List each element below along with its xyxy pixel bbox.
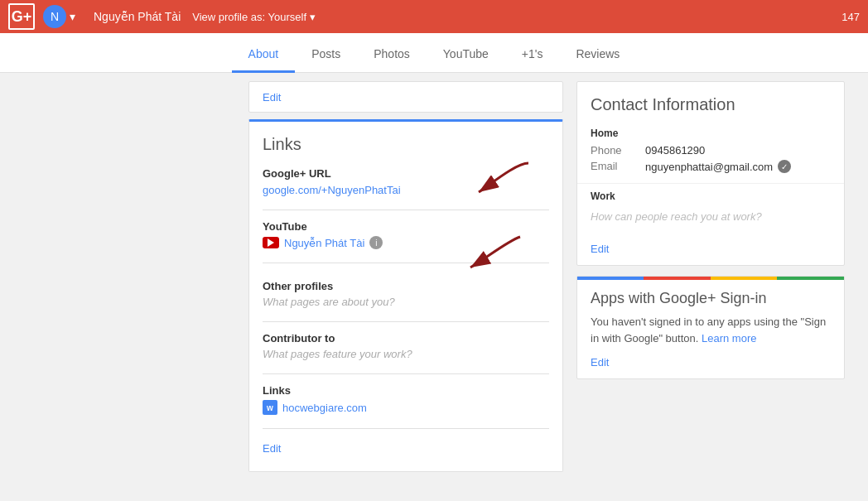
apps-signin-card: Apps with Google+ Sign-in You haven't si… (576, 276, 845, 379)
divider-1 (263, 210, 549, 210)
phone-label: Phone (591, 144, 632, 157)
contributor-section: Contributor to What pages feature your w… (263, 332, 549, 360)
hocwebgiare-link[interactable]: hocwebgiare.com (282, 402, 367, 414)
topbar: G+ N ▾ Nguyễn Phát Tài View profile as: … (0, 0, 868, 33)
youtube-channel-link[interactable]: Nguyễn Phát Tài (284, 237, 364, 249)
topbar-username: Nguyễn Phát Tài (94, 10, 181, 23)
user-avatar[interactable]: N (43, 5, 66, 28)
tab-plus1s[interactable]: +1's (505, 37, 560, 73)
contact-info-title: Contact Information (577, 82, 844, 121)
links-edit-link[interactable]: Edit (263, 439, 549, 458)
website-favicon-icon: w (263, 400, 277, 415)
contact-work-section: Work How can people reach you at work? (577, 184, 844, 236)
tab-youtube[interactable]: YouTube (427, 37, 505, 73)
contact-work-placeholder: How can people reach you at work? (591, 207, 831, 229)
contact-home-label: Home (591, 128, 831, 139)
divider-5 (263, 428, 549, 429)
view-profile-chevron: ▾ (310, 11, 316, 23)
phone-value: 0945861290 (645, 144, 705, 157)
google-plus-url-section: Google+ URL google.com/+NguyenPhatTai (263, 167, 549, 196)
email-label: Email (591, 160, 632, 173)
links-card: Links Google+ URL google.com/+NguyenPhat… (248, 119, 563, 472)
contact-phone-row: Phone 0945861290 (591, 144, 831, 157)
top-edit-card: Edit (248, 81, 563, 113)
email-verified-icon: ✓ (778, 160, 791, 173)
view-profile[interactable]: View profile as: Yourself ▾ (192, 11, 316, 23)
tab-photos[interactable]: Photos (357, 37, 427, 73)
learn-more-link[interactable]: Learn more (702, 332, 756, 344)
contact-edit-link[interactable]: Edit (577, 236, 844, 265)
divider-4 (263, 373, 549, 374)
divider-3 (263, 321, 549, 322)
contributor-placeholder: What pages feature your work? (263, 348, 549, 360)
main-layout: Edit Links Google+ URL google.com/+Nguye… (0, 73, 868, 480)
contact-work-label: Work (591, 190, 831, 202)
links-title: Links (263, 135, 549, 154)
youtube-row: Nguyễn Phát Tài i (263, 236, 549, 249)
topbar-dropdown-icon[interactable]: ▾ (70, 10, 75, 23)
email-value: nguyenphattai@gmail.com ✓ (645, 160, 791, 173)
apps-body: You haven't signed in to any apps using … (577, 314, 844, 353)
center-content: Edit Links Google+ URL google.com/+Nguye… (248, 81, 563, 472)
links-sublabel: Links (263, 384, 549, 397)
right-panel: Contact Information Home Phone 094586129… (563, 81, 845, 472)
apps-title: Apps with Google+ Sign-in (577, 280, 844, 314)
other-profiles-label: Other profiles (263, 280, 549, 292)
contact-home-section: Home Phone 0945861290 Email nguyenphatta… (577, 121, 844, 184)
tab-about[interactable]: About (232, 37, 296, 73)
topbar-right-number: 147 (841, 0, 860, 33)
gplus-logo[interactable]: G+ (8, 3, 35, 30)
nav-tabs: About Posts Photos YouTube +1's Reviews (0, 33, 868, 73)
youtube-info-icon[interactable]: i (369, 236, 383, 249)
youtube-play-icon (263, 237, 279, 248)
youtube-label: YouTube (263, 220, 549, 233)
tab-posts[interactable]: Posts (295, 37, 357, 73)
links-subsection: Links w hocwebgiare.com (263, 384, 549, 415)
contact-email-row: Email nguyenphattai@gmail.com ✓ (591, 160, 831, 173)
google-plus-url-link[interactable]: google.com/+NguyenPhatTai (263, 184, 401, 196)
google-plus-url-label: Google+ URL (263, 167, 549, 180)
divider-2 (263, 263, 549, 263)
top-edit-link[interactable]: Edit (263, 91, 281, 104)
tab-reviews[interactable]: Reviews (559, 37, 636, 73)
other-profiles-placeholder: What pages are about you? (263, 296, 549, 308)
youtube-section: YouTube Nguyễn Phát Tài i (263, 220, 549, 249)
apps-edit-link[interactable]: Edit (577, 353, 844, 378)
other-profiles-section: Other profiles What pages are about you? (263, 280, 549, 308)
contact-info-card: Contact Information Home Phone 094586129… (576, 81, 845, 266)
contributor-label: Contributor to (263, 332, 549, 344)
left-space (0, 81, 248, 472)
